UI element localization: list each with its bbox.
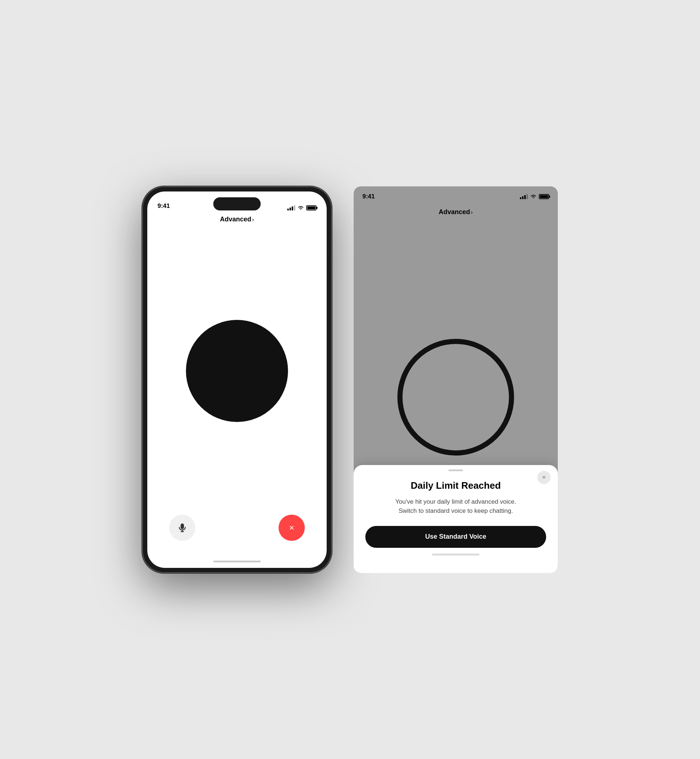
- stop-button[interactable]: ×: [278, 515, 305, 541]
- microphone-icon: [177, 523, 188, 533]
- sheet-title: Daily Limit Reached: [365, 480, 546, 491]
- panel-wifi-icon: [530, 194, 537, 199]
- wifi-icon: [297, 205, 304, 210]
- sheet-handle: [448, 469, 463, 471]
- phone-main-content: [147, 228, 327, 515]
- panel-nav[interactable]: Advanced›: [354, 207, 558, 222]
- phone-nav[interactable]: Advanced›: [147, 213, 327, 228]
- panel-nav-chevron: ›: [471, 209, 472, 215]
- panel-status-icons: [520, 194, 549, 199]
- sheet-body-line2: Switch to standard voice to keep chattin…: [398, 507, 513, 514]
- phone-screen: 9:41 Advanced›: [147, 191, 327, 568]
- screenshot-panel: 9:41 Advanced› ×: [354, 186, 558, 573]
- dynamic-island: [213, 197, 261, 210]
- panel-time: 9:41: [362, 193, 375, 200]
- use-standard-voice-label: Use Standard Voice: [425, 533, 486, 540]
- panel-nav-title: Advanced: [439, 208, 470, 216]
- battery-icon: [306, 205, 316, 210]
- use-standard-voice-button[interactable]: Use Standard Voice: [365, 526, 546, 548]
- close-icon: ×: [289, 523, 294, 532]
- panel-signal-icon: [520, 194, 528, 199]
- sheet-close-icon: ×: [542, 474, 545, 481]
- panel-battery-icon: [539, 194, 549, 199]
- phone-time: 9:41: [158, 202, 170, 210]
- phone-controls: ×: [147, 515, 327, 556]
- sheet-body: You've hit your daily limit of advanced …: [365, 497, 546, 516]
- svg-rect-0: [180, 523, 184, 529]
- microphone-button[interactable]: [169, 515, 195, 541]
- sheet-close-button[interactable]: ×: [538, 471, 550, 484]
- phone-nav-chevron: ›: [252, 216, 254, 222]
- status-icons: [287, 205, 316, 210]
- panel-home-bar: [432, 554, 480, 556]
- home-bar: [213, 560, 261, 562]
- voice-orb-filled: [186, 320, 288, 422]
- voice-orb-outline: [397, 339, 514, 455]
- iphone-frame: 9:41 Advanced›: [142, 186, 332, 573]
- signal-icon: [287, 205, 295, 210]
- sheet-body-line1: You've hit your daily limit of advanced …: [395, 498, 516, 505]
- home-indicator: [147, 556, 327, 568]
- panel-status-bar: 9:41: [354, 186, 558, 207]
- bottom-sheet: × Daily Limit Reached You've hit your da…: [354, 465, 558, 573]
- phone-nav-title: Advanced: [220, 216, 251, 223]
